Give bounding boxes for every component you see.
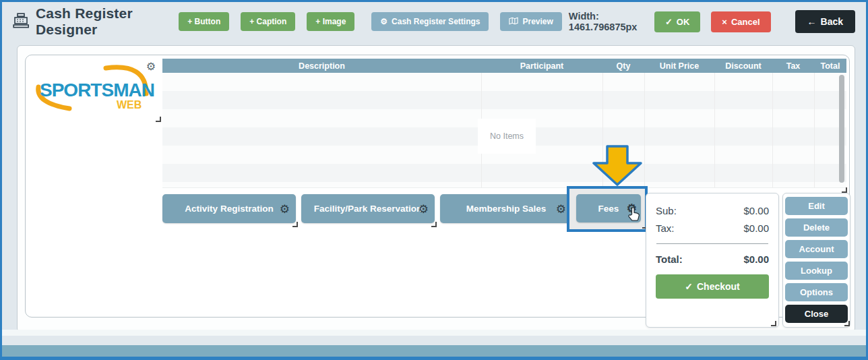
page-title: Cash Register Designer [13,5,169,38]
cash-register-designer-window: Cash Register Designer + Button + Captio… [0,0,868,360]
fees-highlight-box: Fees ⚙ [567,186,648,232]
fees-button[interactable]: Fees ⚙ [576,194,641,222]
check-icon: ✓ [685,282,693,291]
sportsman-web-logo: SPORTSMAN WEB [30,59,158,119]
logo-resize-handle[interactable] [156,117,161,122]
activity-registration-button[interactable]: Activity Registration ⚙ [162,194,296,223]
svg-text:SPORTSMAN: SPORTSMAN [40,80,154,100]
column-header: Discount [714,61,772,71]
logo-settings-gear-icon[interactable]: ⚙ [146,61,156,72]
svg-text:WEB: WEB [117,99,142,111]
callout-arrow-down-icon [592,145,643,189]
totals-panel: Sub: $0.00 Tax: $0.00 Total: $0.00 ✓ Che… [646,193,779,328]
totals-divider [656,243,768,244]
empty-table-message: No Items [478,119,536,154]
column-header: Description [162,61,481,71]
subtotal-row: Sub: $0.00 [656,202,769,220]
ok-button[interactable]: ✓ OK [654,11,700,32]
gear-icon[interactable]: ⚙ [418,203,429,214]
column-header: Tax [772,61,814,71]
column-header: Total [814,61,846,71]
tax-row: Tax: $0.00 [656,220,769,237]
column-header: Unit Price [644,61,714,71]
totals-resize-handle[interactable] [771,321,776,326]
options-button[interactable]: Options [785,283,848,301]
footer-light-band [2,330,866,336]
subtotal-value: $0.00 [743,202,769,220]
total-row: Total: $0.00 [656,251,769,268]
tax-value: $0.00 [743,220,769,237]
table-resize-handle[interactable] [842,187,847,193]
subtotal-label: Sub: [656,202,677,220]
check-icon: ✓ [665,18,673,26]
total-label: Total: [656,251,683,268]
lookup-button[interactable]: Lookup [785,262,848,280]
column-header: Qty [602,61,644,71]
footer-strip [2,345,866,357]
add-button-button[interactable]: + Button [179,12,229,31]
preview-map-icon [509,17,518,26]
add-image-button[interactable]: + Image [307,12,354,31]
back-arrow-icon: ← [807,17,817,26]
button-resize-handle[interactable] [292,222,298,227]
checkout-button[interactable]: ✓ Checkout [656,274,769,299]
cash-register-settings-button[interactable]: ⚙ Cash Register Settings [371,12,489,31]
close-button[interactable]: Close [785,305,848,323]
membership-sales-button[interactable]: Membership Sales ⚙ [440,194,572,223]
edit-button[interactable]: Edit [785,197,848,215]
gear-icon: ⚙ [380,18,388,26]
table-header-row: Description Participant Qty Unit Price D… [162,59,846,73]
account-button[interactable]: Account [785,240,848,258]
logo-block[interactable]: SPORTSMAN WEB ⚙ [30,59,158,119]
gear-icon[interactable]: ⚙ [556,203,566,214]
cancel-button[interactable]: × Cancel [711,11,770,32]
column-header: Participant [481,61,602,71]
facility-park-reservation-button[interactable]: Facility/Park Reservation ⚙ [301,194,435,223]
register-table: Description Participant Qty Unit Price D… [162,59,846,188]
hand-cursor-icon [627,206,641,224]
delete-button[interactable]: Delete [785,218,848,237]
sidebar-panel: Edit Delete Account Lookup Options Close [782,193,850,328]
header-bar: Cash Register Designer + Button + Captio… [2,2,866,41]
table-body: No Items [162,73,846,188]
x-icon: × [722,18,727,26]
add-caption-button[interactable]: + Caption [241,12,295,31]
button-resize-handle[interactable] [431,222,437,227]
total-value: $0.00 [743,251,769,268]
sidebar-resize-handle[interactable] [844,321,850,326]
page-title-text: Cash Register Designer [36,5,169,38]
tax-label: Tax: [656,220,675,237]
cash-register-icon [13,13,30,30]
back-button[interactable]: ← Back [795,10,855,33]
table-scrollbar[interactable] [839,75,844,183]
gear-icon[interactable]: ⚙ [280,203,290,214]
preview-button[interactable]: Preview [500,12,561,31]
width-readout: Width: 1461.796875px [569,11,654,32]
